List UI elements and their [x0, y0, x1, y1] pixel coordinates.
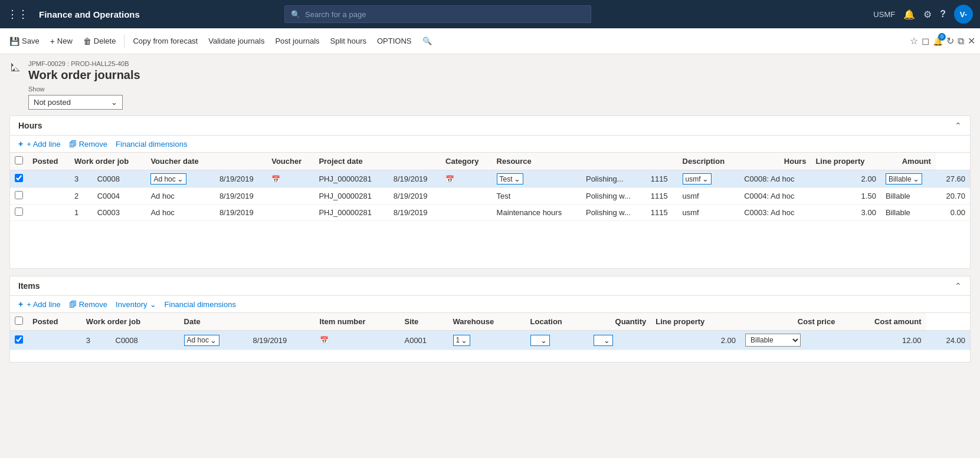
items-add-line-button[interactable]: + + Add line — [18, 299, 61, 309]
split-hours-button[interactable]: Split hours — [326, 32, 371, 51]
line-property-select[interactable]: Billable Non-billable — [745, 334, 801, 347]
delete-icon: 🗑 — [83, 37, 91, 46]
cell-project-date: 8/19/2019 — [389, 170, 441, 188]
items-collapse-button[interactable]: ⌃ — [955, 281, 962, 291]
toolbar-refresh-icon[interactable]: ↻ — [946, 35, 954, 47]
cell-empty2 — [441, 205, 492, 221]
cell-date-cal[interactable]: 📅 — [315, 331, 400, 350]
cell-project-date: 8/19/2019 — [389, 188, 441, 205]
wh-chevron: ⌄ — [540, 336, 547, 345]
col-project-cal — [389, 153, 441, 170]
row-checkbox[interactable] — [15, 174, 23, 182]
validate-journals-button[interactable]: Validate journals — [204, 32, 269, 51]
hours-section-actions: + + Add line 🗐 Remove Financial dimensio… — [10, 136, 970, 153]
cell-line-property: Billable — [881, 205, 936, 221]
cell-voucher-date: 8/19/2019 — [215, 188, 267, 205]
cell-quantity: 2.00 — [651, 331, 740, 350]
cell-cal-icon[interactable]: 📅 — [267, 170, 314, 188]
cell-resource3-dropdown[interactable]: usmf ⌄ — [678, 170, 740, 188]
user-avatar[interactable]: V- — [954, 5, 973, 24]
cell-amount: 0.00 — [936, 205, 970, 221]
items-select-all-checkbox[interactable] — [15, 317, 23, 325]
hours-table: Posted Work order job Voucher date Vouch… — [10, 153, 970, 221]
cell-type-dropdown[interactable]: Ad hoc ⌄ — [179, 331, 248, 350]
cell-line-property[interactable]: Billable ⌄ — [881, 170, 936, 188]
toolbar-notif-badge[interactable]: 🔔 0 — [933, 36, 943, 47]
page-title: Work order journals — [28, 68, 966, 82]
save-icon: 💾 — [9, 37, 19, 46]
app-grid-icon[interactable]: ⋮⋮ — [7, 8, 28, 21]
hours-section-header: Hours ⌃ — [10, 116, 970, 136]
new-button[interactable]: + New — [45, 32, 77, 51]
toolbar-bookmark-icon[interactable]: ☆ — [910, 35, 918, 47]
items-plus-icon: + — [18, 299, 23, 309]
options-button[interactable]: OPTIONS — [372, 32, 417, 51]
copy-from-forecast-button[interactable]: Copy from forecast — [128, 32, 202, 51]
items-table-wrapper: Posted Work order job Date Item number S… — [10, 313, 970, 350]
cell-description: C0004: Ad hoc — [739, 188, 811, 205]
warehouse-dropdown[interactable]: ⌄ — [530, 335, 550, 346]
items-type-dropdown[interactable]: Ad hoc ⌄ — [184, 335, 219, 346]
toolbar-office-icon[interactable]: ◻ — [922, 35, 929, 47]
items-table-row: 3 C0008 Ad hoc ⌄ 8/19/2019 📅 A0001 1 ⌄ ⌄ — [10, 331, 970, 350]
row-check-cell[interactable] — [10, 170, 28, 188]
search-input[interactable] — [305, 10, 585, 19]
items-financial-dimensions-button[interactable]: Financial dimensions — [165, 300, 236, 309]
hours-table-wrapper: Posted Work order job Voucher date Vouch… — [10, 153, 970, 221]
site-dropdown[interactable]: 1 ⌄ — [453, 335, 471, 346]
cell-proj-cal[interactable]: 📅 — [441, 170, 492, 188]
cell-warehouse[interactable]: ⌄ — [526, 331, 589, 350]
cell-cost-amount: 24.00 — [926, 331, 970, 350]
filter-icon[interactable]: ⛡ — [11, 62, 20, 73]
search-bar[interactable]: 🔍 — [284, 5, 591, 23]
type-dropdown[interactable]: Ad hoc ⌄ — [150, 173, 186, 184]
row-checkbox[interactable] — [15, 191, 23, 199]
cell-type: Ad hoc — [146, 205, 214, 221]
select-all-header — [10, 153, 28, 170]
cell-category[interactable]: Test ⌄ — [492, 170, 581, 188]
row-check-cell[interactable] — [10, 205, 28, 221]
cell-project-date: 8/19/2019 — [389, 205, 441, 221]
notification-icon[interactable]: 🔔 — [903, 9, 915, 20]
category-dropdown[interactable]: Test ⌄ — [497, 173, 523, 184]
help-icon[interactable]: ? — [940, 9, 946, 19]
hours-section-title: Hours — [18, 121, 42, 130]
cell-type-dropdown[interactable]: Ad hoc ⌄ — [146, 170, 214, 188]
hours-remove-button[interactable]: 🗐 Remove — [69, 140, 107, 149]
cell-seq: 2 — [70, 188, 93, 205]
cell-line-property[interactable]: Billable Non-billable — [740, 331, 840, 350]
items-row-checkbox[interactable] — [15, 335, 23, 344]
hours-add-line-button[interactable]: + + Add line — [18, 139, 61, 149]
items-row-check-cell[interactable] — [10, 331, 28, 350]
cell-resource2: 1115 — [646, 170, 678, 188]
settings-icon[interactable]: ⚙ — [923, 9, 932, 20]
toolbar-close-icon[interactable]: ✕ — [968, 35, 975, 47]
save-button[interactable]: 💾 Save — [5, 32, 44, 51]
dropdown-chevron: ⌄ — [177, 174, 183, 183]
select-all-checkbox[interactable] — [15, 156, 23, 164]
search-toolbar-button[interactable]: 🔍 — [418, 32, 437, 51]
toolbar-expand-icon[interactable]: ⧉ — [958, 36, 964, 47]
cell-resource2: 1115 — [646, 188, 678, 205]
items-remove-button[interactable]: 🗐 Remove — [69, 300, 107, 309]
delete-button[interactable]: 🗑 Delete — [78, 32, 121, 51]
hours-financial-dimensions-button[interactable]: Financial dimensions — [116, 140, 187, 149]
hours-collapse-button[interactable]: ⌃ — [955, 121, 962, 130]
resource-dropdown[interactable]: usmf ⌄ — [683, 173, 712, 184]
cell-location[interactable]: ⌄ — [589, 331, 651, 350]
show-dropdown[interactable]: Not posted ⌄ — [28, 95, 123, 110]
items-inventory-button[interactable]: Inventory ⌄ — [116, 300, 156, 309]
cell-category: Test — [492, 188, 581, 205]
cell-posted — [28, 188, 70, 205]
app-title: Finance and Operations — [39, 9, 140, 19]
post-journals-button[interactable]: Post journals — [270, 32, 324, 51]
row-check-cell[interactable] — [10, 188, 28, 205]
location-dropdown[interactable]: ⌄ — [594, 335, 613, 346]
items-section: Items ⌃ + + Add line 🗐 Remove Inventory … — [9, 276, 971, 363]
cell-site[interactable]: 1 ⌄ — [448, 331, 526, 350]
col-voucher-date: Voucher date — [146, 153, 214, 170]
line-property-dropdown[interactable]: Billable ⌄ — [886, 173, 922, 184]
cell-resource: Polishing w... — [581, 205, 646, 221]
row-checkbox[interactable] — [15, 207, 23, 216]
cell-empty — [267, 205, 314, 221]
